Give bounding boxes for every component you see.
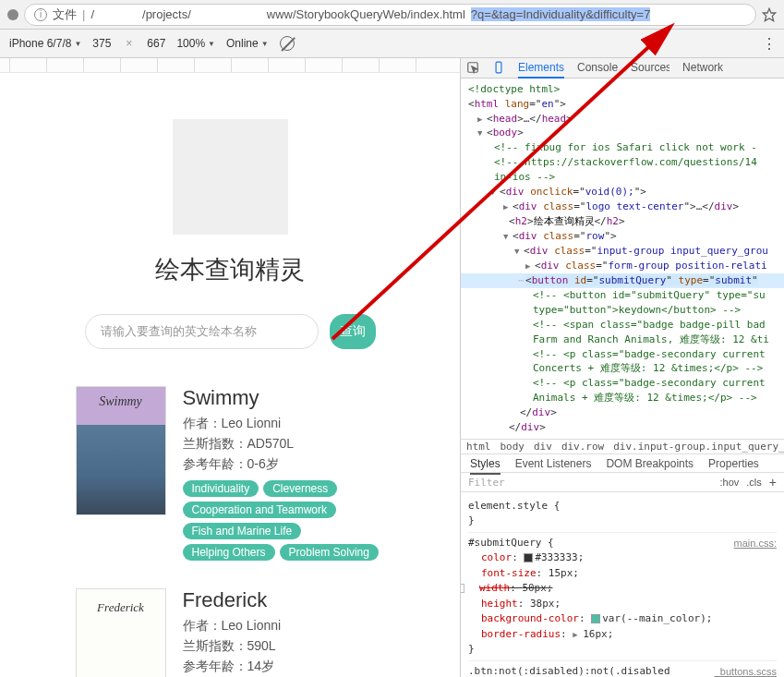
tab-properties[interactable]: Properties (708, 457, 759, 470)
crumb[interactable]: div.input-group.input_query_grou (613, 441, 784, 453)
url-path-mid: /projects/ (142, 7, 191, 21)
tag[interactable]: Cleverness (263, 480, 337, 497)
tag[interactable]: Helping Others (183, 544, 275, 561)
svg-marker-0 (763, 8, 775, 20)
device-width[interactable]: 375 (92, 37, 111, 50)
search-input[interactable]: 请输入要查询的英文绘本名称 (85, 314, 319, 349)
tab-console[interactable]: Console (577, 61, 618, 74)
crumb[interactable]: div.row (561, 441, 604, 453)
window-control-dot[interactable] (7, 9, 18, 20)
device-toggle-icon[interactable] (492, 61, 505, 74)
network-selector[interactable]: Online▼ (226, 37, 269, 50)
tab-network[interactable]: Network (682, 61, 723, 74)
book-title: Swimmy (183, 386, 385, 410)
device-height[interactable]: 667 (147, 37, 165, 50)
book-author: 作者：Leo Lionni (183, 618, 385, 635)
book-author: 作者：Leo Lionni (183, 416, 385, 432)
tab-event-listeners[interactable]: Event Listeners (515, 457, 592, 470)
devtools-tabs: Elements Console Sources Network (461, 58, 784, 79)
more-options-icon[interactable]: ⋮ (762, 35, 775, 53)
crumb[interactable]: div (534, 441, 552, 453)
zoom-selector[interactable]: 100%▼ (176, 37, 215, 50)
book-cover: Frederick (76, 588, 166, 677)
hov-toggle[interactable]: :hov (720, 477, 740, 488)
tab-elements[interactable]: Elements (518, 61, 564, 79)
book-info: Swimmy 作者：Leo Lionni 兰斯指数：AD570L 参考年龄：0-… (183, 386, 385, 561)
css-selector: #submitQuery (468, 537, 541, 549)
url-protocol: 文件 (53, 6, 77, 23)
add-rule-icon[interactable]: + (769, 475, 777, 490)
device-selector[interactable]: iPhone 6/7/8▼ (9, 37, 81, 50)
url-path-end: www/StorybookQueryWeb/index.html (267, 7, 465, 21)
svg-rect-2 (496, 62, 501, 73)
device-viewport: 绘本查询精灵 请输入要查询的英文绘本名称 查询 Swimmy Swimmy 作者… (57, 91, 404, 677)
bookmark-star-icon[interactable] (762, 7, 777, 22)
browser-url-bar: i 文件 | / /projects/ www/StorybookQueryWe… (0, 0, 784, 30)
tab-styles[interactable]: Styles (470, 457, 501, 475)
rotate-icon[interactable] (280, 36, 295, 51)
url-query-highlight: ?q=&tag=Individuality&difficulty=7 (471, 7, 651, 21)
device-toolbar: iPhone 6/7/8▼ 375 × 667 100%▼ Online▼ ⋮ (0, 30, 784, 58)
crumb[interactable]: html (466, 441, 491, 453)
book-item[interactable]: Swimmy Swimmy 作者：Leo Lionni 兰斯指数：AD570L … (76, 386, 385, 561)
book-item[interactable]: Frederick Frederick 作者：Leo Lionni 兰斯指数：5… (76, 588, 385, 677)
url-path-prefix: / (90, 7, 94, 21)
book-cover: Swimmy (76, 386, 166, 515)
book-lexile: 兰斯指数：590L (183, 638, 385, 655)
styles-filter-input[interactable]: Filter (468, 477, 713, 489)
styles-tabs: Styles Event Listeners DOM Breakpoints P… (461, 454, 784, 473)
book-lexile: 兰斯指数：AD570L (183, 436, 385, 453)
book-age: 参考年龄：14岁 (183, 659, 385, 675)
css-source-link[interactable]: main.css: (734, 536, 777, 551)
url-input[interactable]: i 文件 | / /projects/ www/StorybookQueryWe… (24, 4, 756, 26)
ruler (0, 58, 460, 73)
inspect-icon[interactable] (466, 61, 479, 74)
dimension-separator: × (126, 37, 132, 50)
book-age: 参考年龄：0-6岁 (183, 456, 385, 473)
cls-toggle[interactable]: .cls (746, 477, 762, 488)
css-selector: .btn:not(:disabled):not(.disabled (468, 665, 670, 677)
styles-filter-row: Filter :hov .cls + (461, 473, 784, 491)
logo-placeholder (173, 119, 288, 235)
tag[interactable]: Individuality (183, 480, 259, 497)
dom-breadcrumbs[interactable]: html body div div.row div.input-group.in… (461, 439, 784, 454)
css-source-link[interactable]: _buttons.scss (715, 664, 777, 677)
search-placeholder: 请输入要查询的英文绘本名称 (101, 323, 257, 340)
book-title: Frederick (183, 588, 385, 612)
tag[interactable]: Cooperation and Teamwork (183, 502, 337, 518)
search-button[interactable]: 查询 (330, 314, 376, 349)
dom-tree[interactable]: <!doctype html> <html lang="en"> ▶<head>… (461, 79, 784, 440)
tag[interactable]: Problem Solving (280, 544, 379, 561)
info-icon[interactable]: i (34, 8, 47, 21)
css-selector: element.style (468, 500, 548, 512)
devtools-panel: Elements Console Sources Network <!docty… (460, 58, 784, 677)
tag[interactable]: Fish and Marine Life (183, 523, 302, 539)
book-info: Frederick 作者：Leo Lionni 兰斯指数：590L 参考年龄：1… (183, 588, 385, 677)
tab-sources[interactable]: Sources (631, 61, 669, 74)
app-title: 绘本查询精灵 (76, 253, 385, 286)
book-tags: Individuality Cleverness Cooperation and… (183, 480, 385, 561)
tab-dom-breakpoints[interactable]: DOM Breakpoints (606, 457, 694, 470)
css-rules[interactable]: element.style { } main.css: #submitQuery… (461, 492, 784, 677)
device-preview-panel: 绘本查询精灵 请输入要查询的英文绘本名称 查询 Swimmy Swimmy 作者… (0, 58, 460, 677)
crumb[interactable]: body (501, 441, 525, 453)
search-row: 请输入要查询的英文绘本名称 查询 (76, 314, 385, 349)
